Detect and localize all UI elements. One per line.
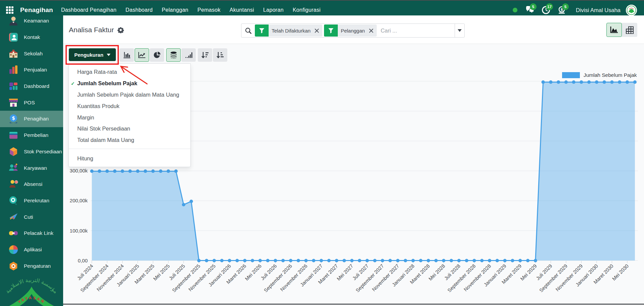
menu-divider xyxy=(69,149,190,149)
requests-icon[interactable]: $ 5 xyxy=(558,6,566,14)
cuti-icon xyxy=(8,212,19,222)
sidebar: Keamanan Kontak Sekolah Penjualan Dashbo… xyxy=(0,15,63,306)
sidebar-item-karyawan[interactable]: Karyawan xyxy=(0,160,63,176)
sidebar-item-keamanan[interactable]: Keamanan xyxy=(0,15,63,29)
sidebar-item-stok-persediaan[interactable]: Stok Persediaan xyxy=(0,144,63,160)
svg-text:Mei 2028: Mei 2028 xyxy=(427,263,446,282)
activities-badge: 17 xyxy=(546,3,553,10)
nav-item-akuntansi[interactable]: Akuntansi xyxy=(230,7,254,13)
sidebar-item-kontak[interactable]: Kontak xyxy=(0,29,63,46)
caret-down-icon xyxy=(107,54,110,56)
svg-text:YAYASAN: YAYASAN xyxy=(17,296,46,305)
search-icon xyxy=(245,28,251,34)
filter-facet-telah-difakturkan[interactable]: Telah Difakturkan xyxy=(255,24,322,37)
sidebar-item-dashboard[interactable]: Dashboard xyxy=(0,78,63,95)
sidebar-item-penjualan[interactable]: Penjualan xyxy=(0,62,63,78)
nav-item-konfigurasi[interactable]: Konfigurasi xyxy=(293,7,321,13)
foundation-logo: مؤسسة التربية الاسلامية YAYASAN xyxy=(0,273,63,306)
graph-view-button[interactable] xyxy=(606,23,622,37)
nav-item-dashboard[interactable]: Dashboard xyxy=(126,7,153,13)
svg-text:مؤسسة التربية الاسلامية: مؤسسة التربية الاسلامية xyxy=(4,277,59,295)
svg-text:100,00k: 100,00k xyxy=(70,228,88,234)
cumulative-button[interactable] xyxy=(181,48,196,62)
online-status-dot xyxy=(513,8,517,12)
page-title: Analisa Faktur xyxy=(69,26,124,34)
filter-facet-pelanggan[interactable]: Pelanggan xyxy=(324,24,377,37)
search-bar[interactable]: Telah Difakturkan Pelanggan Cari ... xyxy=(241,23,465,38)
sort-desc-button[interactable] xyxy=(198,48,212,62)
graph-toolbar: Pengukuran xyxy=(63,44,644,63)
requests-badge: 5 xyxy=(562,3,569,10)
remove-facet-icon[interactable] xyxy=(368,24,377,37)
svg-text:November 2029: November 2029 xyxy=(554,263,584,292)
measures-menu-item-kuantitas-produk[interactable]: Kuantitas Produk xyxy=(69,100,190,112)
sidebar-item-pos[interactable]: POS xyxy=(0,94,63,111)
measures-menu-item-jumlah-sebelum-pajak[interactable]: ✓Jumlah Sebelum Pajak xyxy=(69,78,190,89)
navbar-menu: Dashboard Penagihan Dashboard Pelanggan … xyxy=(61,7,321,13)
sidebar-item-aplikasi[interactable]: Aplikasi xyxy=(0,242,63,258)
check-icon: ✓ xyxy=(71,81,75,86)
measures-menu-item-nilai-stok-persediaan[interactable]: Nilai Stok Persediaan xyxy=(69,123,190,135)
measures-menu-item-total-dalam-mata-uang[interactable]: Total dalam Mata Uang xyxy=(69,135,190,146)
measures-menu-item-jumlah-sebelum-pajak-dalam-mata-uang[interactable]: Jumlah Sebelum Pajak dalam Mata Uang xyxy=(69,89,190,101)
pie-chart-button[interactable] xyxy=(150,48,164,62)
svg-text:Mei 2026: Mei 2026 xyxy=(244,263,263,282)
svg-text:0,00: 0,00 xyxy=(78,258,88,263)
perekrutan-icon xyxy=(8,195,19,206)
chart-type-group xyxy=(120,48,164,62)
measures-dropdown-menu: Harga Rata-rata ✓Jumlah Sebelum Pajak Ju… xyxy=(68,63,191,167)
top-navbar: Penagihan Dashboard Penagihan Dashboard … xyxy=(0,1,644,15)
user-avatar[interactable] xyxy=(626,5,637,16)
sort-asc-button[interactable] xyxy=(213,48,227,62)
svg-text:September 2025: September 2025 xyxy=(171,263,201,293)
messages-icon[interactable]: 5 xyxy=(525,6,534,14)
app-brand[interactable]: Penagihan xyxy=(20,6,53,14)
chart-legend[interactable]: Jumlah Sebelum Pajak xyxy=(562,72,637,78)
search-input[interactable]: Cari ... xyxy=(381,28,397,34)
sidebar-item-cuti[interactable]: Cuti xyxy=(0,209,63,225)
apps-menu-icon[interactable] xyxy=(6,6,14,14)
messages-badge: 5 xyxy=(530,3,537,10)
nav-item-pemasok[interactable]: Pemasok xyxy=(197,7,221,13)
remove-facet-icon[interactable] xyxy=(314,24,322,37)
measures-menu-item-margin[interactable]: Margin xyxy=(69,112,190,123)
stacked-button[interactable] xyxy=(166,48,181,62)
pivot-view-button[interactable] xyxy=(622,23,637,37)
view-switcher xyxy=(606,23,637,37)
sidebar-item-perekrutan[interactable]: Perekrutan xyxy=(0,193,63,209)
control-panel: Analisa Faktur Telah Difakturkan Pelangg… xyxy=(63,15,644,44)
keamanan-icon xyxy=(8,15,19,26)
measures-menu-item-harga-rata-rata[interactable]: Harga Rata-rata xyxy=(69,66,190,78)
measures-menu-item-hitung[interactable]: Hitung xyxy=(69,153,190,164)
svg-text:November 2028: November 2028 xyxy=(463,263,492,292)
nav-item-dashboard-penagihan[interactable]: Dashboard Penagihan xyxy=(61,7,117,13)
svg-text:November 2025: November 2025 xyxy=(187,263,217,292)
sidebar-item-absensi[interactable]: Absensi xyxy=(0,176,63,193)
sidebar-item-pembelian[interactable]: Pembelian xyxy=(0,127,63,144)
svg-text:September 2029: September 2029 xyxy=(538,263,568,293)
absensi-icon xyxy=(8,179,19,190)
svg-text:November 2027: November 2027 xyxy=(371,263,400,292)
gear-icon[interactable] xyxy=(118,27,124,33)
svg-text:Mei 2029: Mei 2029 xyxy=(519,263,538,282)
sidebar-item-pelacak-link[interactable]: Pelacak Link xyxy=(0,225,63,242)
search-options-toggle[interactable] xyxy=(455,23,464,38)
penagihan-icon: $ xyxy=(8,113,19,124)
activities-icon[interactable]: 17 xyxy=(542,6,550,14)
svg-text:Mei 2030: Mei 2030 xyxy=(611,263,630,282)
pembelian-icon xyxy=(8,130,19,141)
pos-icon xyxy=(8,97,19,108)
kontak-icon xyxy=(8,32,19,43)
line-chart-button[interactable] xyxy=(135,48,149,62)
company-name[interactable]: Divisi Amal Usaha xyxy=(576,7,620,13)
sidebar-item-pengaturan[interactable]: Pengaturan xyxy=(0,258,63,274)
svg-text:300,00k: 300,00k xyxy=(70,168,88,173)
svg-text:$: $ xyxy=(12,115,15,121)
measures-button[interactable]: Pengukuran xyxy=(69,48,116,61)
pengaturan-icon xyxy=(8,261,19,271)
nav-item-pelanggan[interactable]: Pelanggan xyxy=(162,7,188,13)
sidebar-item-penagihan[interactable]: $ Penagihan xyxy=(0,111,63,127)
bar-chart-button[interactable] xyxy=(120,48,134,62)
nav-item-laporan[interactable]: Laporan xyxy=(263,7,284,13)
sidebar-item-sekolah[interactable]: Sekolah xyxy=(0,45,63,62)
